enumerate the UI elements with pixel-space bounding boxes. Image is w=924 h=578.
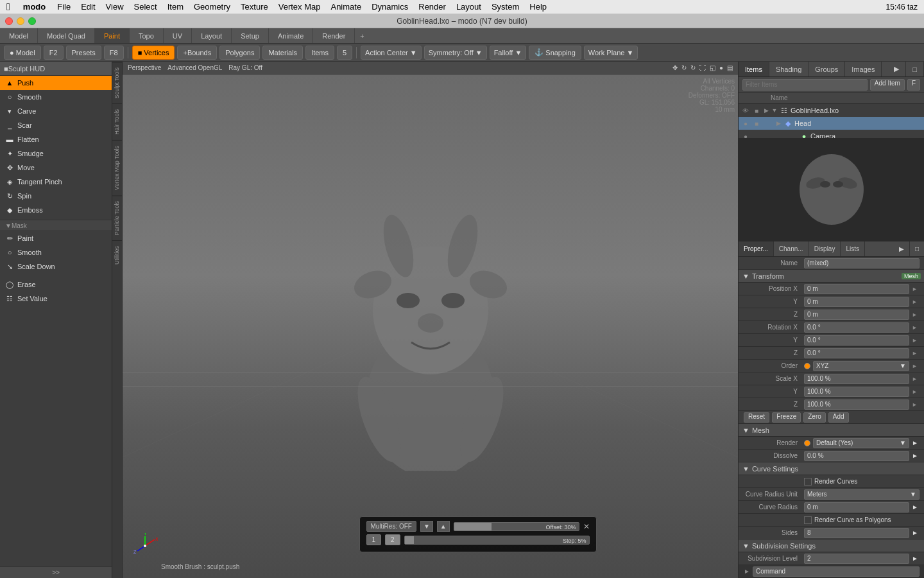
menu-system[interactable]: System [486,2,524,12]
step-slider[interactable]: Step: 5% [404,536,590,545]
scale-x-handle[interactable]: ► [912,376,920,382]
symmetry-dropdown[interactable]: Symmetry: Off ▼ [424,46,487,60]
brush-close-button[interactable]: ✕ [583,522,590,531]
apple-menu[interactable]:  [0,1,17,13]
item-goblinhead[interactable]: 👁 ■ ▶ ▼ ☷ GoblinHead.lxo [739,104,924,117]
render-icon-goblinhead[interactable]: ■ [752,106,761,115]
rotation-z-value[interactable]: 0.0 ° [804,348,909,358]
order-dropdown[interactable]: XYZ ▼ [813,361,909,371]
sides-value[interactable]: 8 [804,528,909,538]
menu-view[interactable]: View [101,2,129,12]
side-tab-particle-tools[interactable]: Particle Tools [112,195,122,240]
expand-icon-goblinhead[interactable]: ▶ [763,107,769,114]
render-handle[interactable]: ► [912,439,920,446]
tool-flatten[interactable]: ▬ Flatten [0,132,112,146]
curve-radius-handle[interactable]: ► [912,504,920,511]
eye-icon-head[interactable]: ● [741,119,750,128]
props-tab-lists[interactable]: Lists [841,241,865,256]
tab-model-quad[interactable]: Model Quad [38,28,95,43]
position-y-value[interactable]: 0 m [804,297,909,307]
left-expand-button[interactable]: >> [0,566,112,578]
add-item-button[interactable]: Add Item [870,79,905,91]
model-button[interactable]: ● Model [4,46,41,60]
scale-z-handle[interactable]: ► [912,401,920,408]
rotation-z-handle[interactable]: ► [912,350,920,356]
render-curves-checkbox[interactable] [804,478,812,486]
props-popout[interactable]: □ [910,241,924,256]
position-z-value[interactable]: 0 m [804,310,909,320]
subdivision-level-value[interactable]: 2 [804,554,909,564]
menu-file[interactable]: File [52,2,76,12]
minimize-button[interactable] [17,17,24,25]
filter-items-input[interactable] [742,79,868,91]
tool-mask-smooth[interactable]: ○ Smooth [0,245,112,259]
position-z-handle[interactable]: ► [912,311,920,318]
menu-dynamics[interactable]: Dynamics [366,2,413,12]
viewport-icon-2[interactable]: ↻ [681,64,687,71]
position-x-value[interactable]: 0 m [804,284,909,294]
tab-topo[interactable]: Topo [130,28,164,43]
right-tab-shading[interactable]: Shading [769,62,809,76]
menu-item[interactable]: Item [162,2,189,12]
close-button[interactable] [5,17,13,25]
scale-y-value[interactable]: 100.0 % [804,387,909,397]
tool-mask-paint[interactable]: ✏ Paint [0,231,112,245]
right-tab-images[interactable]: Images [845,62,882,76]
reset-button[interactable]: Reset [744,412,769,423]
items-tree[interactable]: 👁 ■ ▶ ▼ ☷ GoblinHead.lxo ● ■ ▶ ◆ Head ● [739,104,924,138]
mesh-section[interactable]: ▼ Mesh [739,424,924,437]
position-x-handle[interactable]: ► [912,286,920,292]
viewport-icon-6[interactable]: ● [719,64,723,71]
props-tab-properties[interactable]: Proper... [739,241,774,256]
menu-texture[interactable]: Texture [235,2,273,12]
tool-smooth[interactable]: ○ Smooth [0,90,112,104]
maximize-button[interactable] [28,17,36,25]
tool-tangent-pinch[interactable]: ◈ Tangent Pinch [0,175,112,189]
viewport-icon-3[interactable]: ↻ [690,64,696,71]
zero-button[interactable]: Zero [803,412,826,423]
props-expand[interactable]: ▶ [894,241,910,256]
order-radio[interactable] [804,363,810,369]
tool-emboss[interactable]: ◆ Emboss [0,203,112,217]
vertices-button[interactable]: ■ Vertices [132,46,175,60]
position-y-handle[interactable]: ► [912,299,920,305]
add-tab-button[interactable]: + [355,28,369,43]
tool-smudge[interactable]: ✦ Smudge [0,146,112,161]
dissolve-value[interactable]: 0.0 % [804,451,909,461]
viewport-icon-7[interactable]: ▤ [727,64,733,71]
freeze-button[interactable]: Freeze [772,412,801,423]
multires-up-arrow[interactable]: ▲ [437,521,450,532]
render-radio[interactable] [804,440,810,446]
menu-geometry[interactable]: Geometry [189,2,235,12]
transform-section[interactable]: ▼ Transform Mesh [739,270,924,283]
menu-layout[interactable]: Layout [451,2,486,12]
curve-settings-section[interactable]: ▼ Curve Settings [739,462,924,475]
eye-icon-camera[interactable]: ● [741,132,750,138]
radius-unit-dropdown[interactable]: Meters ▼ [804,489,920,500]
eye-icon-goblinhead[interactable]: 👁 [741,106,750,115]
scale-z-value[interactable]: 100.0 % [804,399,909,410]
tab-layout[interactable]: Layout [192,28,232,43]
name-value[interactable]: (mixed) [804,258,920,268]
rotation-x-handle[interactable]: ► [912,324,920,331]
tool-scar[interactable]: ⎯ Scar [0,118,112,132]
menu-animate[interactable]: Animate [325,2,366,12]
multires-button[interactable]: MultiRes: OFF [366,521,416,532]
items-options-button[interactable]: F [907,79,920,91]
materials-button[interactable]: Materials [262,46,303,60]
right-tab-items[interactable]: Items [739,62,769,76]
tool-set-value[interactable]: ☷ Set Value [0,292,112,306]
tool-move[interactable]: ✥ Move [0,161,112,175]
subdivision-section[interactable]: ▼ Subdivision Settings [739,539,924,552]
scale-y-handle[interactable]: ► [912,389,920,395]
render-icon-head[interactable]: ■ [752,119,761,128]
f8-button[interactable]: F8 [104,46,124,60]
menu-render[interactable]: Render [413,2,451,12]
items-button[interactable]: Items [305,46,334,60]
side-tab-sculpt-tools[interactable]: Sculpt Tools [112,62,122,103]
render-icon-camera[interactable] [752,132,761,138]
item-camera[interactable]: ● ● Camera [739,130,924,138]
sides-handle[interactable]: ► [912,529,920,536]
tab-render[interactable]: Render [313,28,355,43]
tab-animate[interactable]: Animate [269,28,313,43]
